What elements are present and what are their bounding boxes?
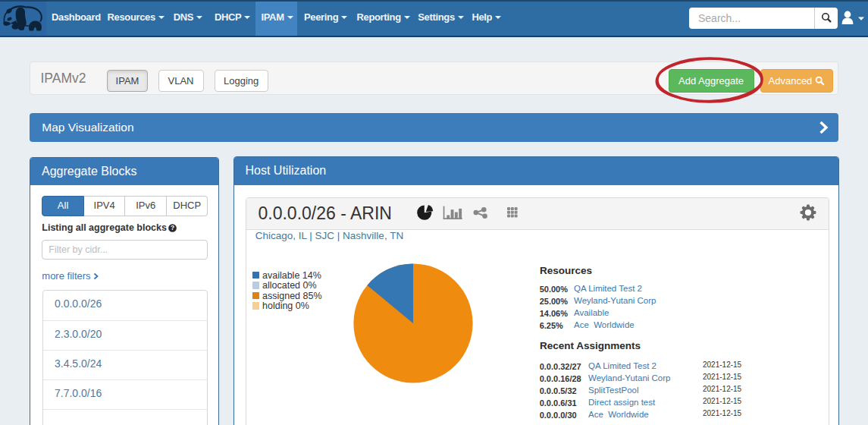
svg-text:?: ? — [171, 224, 174, 231]
